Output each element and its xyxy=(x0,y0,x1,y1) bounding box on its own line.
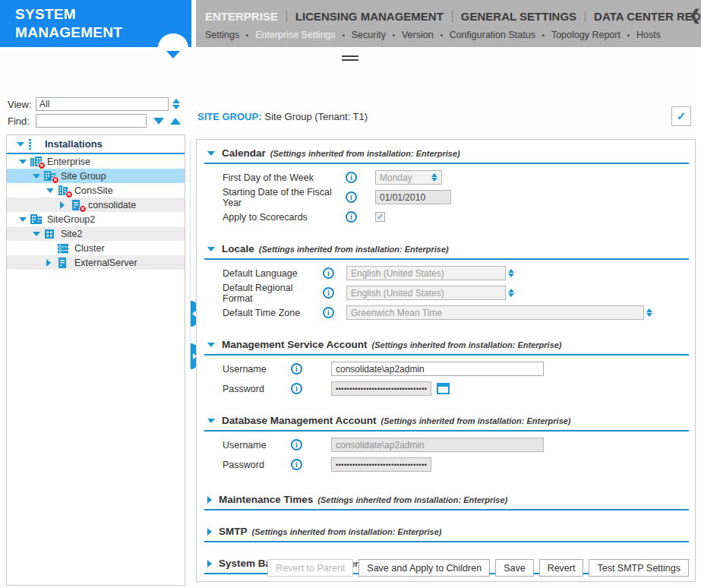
dba-username-input[interactable] xyxy=(331,438,544,452)
msa-password-input[interactable] xyxy=(331,381,431,396)
info-icon[interactable] xyxy=(291,459,302,470)
field-apply-scorecards: Apply to Scorecards ✓ xyxy=(223,210,689,224)
section-msa-header[interactable]: Management Service Account (Settings inh… xyxy=(204,334,689,354)
inherited-note: (Settings inherited from installation: E… xyxy=(317,495,507,504)
info-icon[interactable] xyxy=(291,383,302,394)
nav-separator xyxy=(286,11,287,22)
revert-button[interactable]: Revert xyxy=(539,559,584,577)
save-and-apply-to-children-button[interactable]: Save and Apply to Children xyxy=(358,559,490,577)
site-group-icon xyxy=(30,214,43,225)
apply-scorecards-checkbox[interactable]: ✓ xyxy=(375,212,385,222)
fiscal-start-input[interactable] xyxy=(375,190,451,204)
info-icon[interactable] xyxy=(346,211,357,223)
tree-node-site-group[interactable]: Site Group xyxy=(7,169,185,183)
expand-arrow-icon[interactable] xyxy=(33,232,40,236)
expand-section-icon[interactable] xyxy=(207,560,212,567)
nav-separator xyxy=(585,11,586,22)
validation-check-button[interactable]: ✓ xyxy=(671,106,691,126)
find-input[interactable] xyxy=(36,114,147,128)
msa-username-input[interactable] xyxy=(331,362,544,376)
collapse-arrow-icon[interactable] xyxy=(60,201,65,209)
tree-node-conssite[interactable]: ConsSite xyxy=(7,183,185,198)
find-label: Find: xyxy=(8,115,36,127)
tree-root-label: Installations xyxy=(45,138,103,150)
default-language-select[interactable]: English (United States) xyxy=(346,266,506,280)
default-timezone-select[interactable]: Greenwich Mean Time xyxy=(346,305,644,320)
collapse-section-icon[interactable] xyxy=(207,343,215,347)
nav-item-enterprise[interactable]: ENTERPRISE xyxy=(205,10,278,23)
section-smtp-header[interactable]: SMTP (Settings inherited from installati… xyxy=(204,521,689,541)
nav-item-general-settings[interactable]: GENERAL SETTINGS xyxy=(461,10,576,23)
subnav-item-configuration-status[interactable]: Configuration Status xyxy=(450,30,535,40)
subnav-item-enterprise-settings[interactable]: Enterprise Settings xyxy=(255,30,336,40)
default-regional-select[interactable]: English (United States) xyxy=(346,286,506,300)
field-fiscal-start: Starting Date of the Fiscal Year xyxy=(223,190,689,204)
nav-item-licensing-management[interactable]: LICENSING MANAGEMENT xyxy=(295,10,444,23)
section-dba-header[interactable]: Database Management Account (Settings in… xyxy=(204,410,689,430)
subnav-item-security[interactable]: Security xyxy=(352,30,386,40)
section-calendar-header[interactable]: Calendar (Settings inherited from instal… xyxy=(204,143,689,163)
info-icon[interactable] xyxy=(323,267,334,279)
info-icon[interactable] xyxy=(291,439,302,450)
info-icon[interactable] xyxy=(323,287,334,299)
tree-node-sitegroup2[interactable]: SiteGroup2 xyxy=(7,212,185,226)
collapse-section-icon[interactable] xyxy=(207,247,215,251)
tree-node-externalserver[interactable]: ExternalServer xyxy=(7,255,185,270)
header-collapse-button[interactable] xyxy=(158,33,188,62)
bullet-icon xyxy=(542,34,545,36)
first-day-select[interactable]: Monday xyxy=(375,170,442,185)
subnav-item-version[interactable]: Version xyxy=(402,30,434,40)
splitter[interactable] xyxy=(190,139,191,368)
enterprise-icon xyxy=(30,156,43,167)
site-type-label: SITE GROUP: xyxy=(197,111,262,122)
tree-root-row[interactable]: Installations xyxy=(7,135,185,153)
expand-section-icon[interactable] xyxy=(207,528,212,536)
collapse-section-icon[interactable] xyxy=(207,151,215,156)
find-previous-icon[interactable] xyxy=(170,118,181,125)
save-button[interactable]: Save xyxy=(495,559,534,577)
expand-arrow-icon[interactable] xyxy=(19,160,27,164)
view-spinner[interactable] xyxy=(172,99,180,109)
tree-node-enterprise[interactable]: Enterprise xyxy=(7,154,185,169)
header-drag-handle[interactable] xyxy=(342,55,358,63)
section-title: Locale xyxy=(222,243,254,254)
expand-arrow-icon[interactable] xyxy=(17,142,24,147)
expand-arrow-icon[interactable] xyxy=(19,217,27,222)
select-spinner-icon[interactable] xyxy=(508,269,514,277)
section-locale-header[interactable]: Locale (Settings inherited from installa… xyxy=(204,239,689,258)
info-icon[interactable] xyxy=(323,307,334,318)
info-icon[interactable] xyxy=(346,191,357,203)
info-icon[interactable] xyxy=(291,363,302,375)
expand-arrow-icon[interactable] xyxy=(46,188,54,193)
section-maintenance-header[interactable]: Maintenance Times (Settings inherited fr… xyxy=(204,489,689,509)
expand-arrow-icon[interactable] xyxy=(33,174,40,179)
select-spinner-icon[interactable] xyxy=(646,308,652,317)
bullet-icon xyxy=(246,34,248,36)
revert-to-parent-button[interactable]: Revert to Parent xyxy=(267,559,353,577)
tree-node-site2[interactable]: Site2 xyxy=(7,226,185,241)
tree-node-cluster[interactable]: Cluster xyxy=(7,241,185,255)
edit-password-dialog-icon[interactable] xyxy=(437,383,450,394)
collapse-section-icon[interactable] xyxy=(207,419,215,423)
find-next-icon[interactable] xyxy=(153,118,164,125)
nav-scroll-left-icon[interactable] xyxy=(689,6,701,24)
select-spinner-icon[interactable] xyxy=(508,289,514,297)
installation-tree: Installations Enterprise Site Group Cons… xyxy=(6,134,185,586)
collapse-arrow-icon[interactable] xyxy=(46,259,51,267)
info-icon[interactable] xyxy=(346,172,357,183)
subnav-item-settings[interactable]: Settings xyxy=(205,30,239,40)
tree-node-consolidate[interactable]: consolidate xyxy=(7,198,185,212)
inherited-note: (Settings inherited from installation: E… xyxy=(259,245,449,254)
subnav-item-hosts[interactable]: Hosts xyxy=(636,30,661,40)
expand-section-icon[interactable] xyxy=(207,496,212,504)
bullet-icon xyxy=(440,34,443,36)
nav-item-data-center[interactable]: DATA CENTER RED xyxy=(594,10,701,23)
dba-password-input[interactable] xyxy=(331,457,431,472)
test-smtp-settings-button[interactable]: Test SMTP Settings xyxy=(589,559,689,577)
section-smtp: SMTP (Settings inherited from installati… xyxy=(204,521,689,542)
subnav-item-topology-report[interactable]: Topology Report xyxy=(551,30,620,40)
field-default-regional: Default Regional Format English (United … xyxy=(223,286,689,300)
view-select[interactable]: All xyxy=(36,97,169,111)
tree-node-label: Cluster xyxy=(74,243,105,254)
field-dba-password: Password xyxy=(223,457,689,472)
